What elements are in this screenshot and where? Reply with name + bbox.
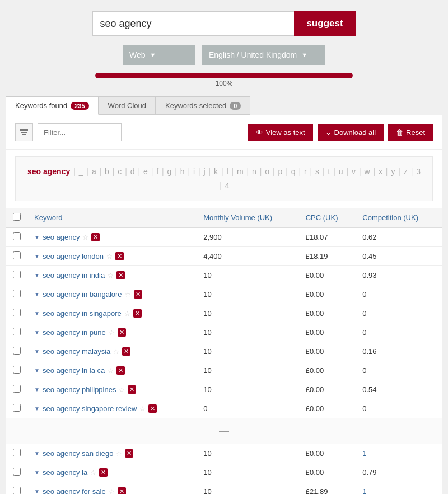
alphabet-u[interactable]: u (339, 167, 343, 176)
keyword-text[interactable]: seo agency la (43, 468, 87, 477)
star-icon[interactable]: ☆ (139, 405, 146, 413)
keyword-text[interactable]: seo agency (43, 233, 80, 241)
expand-arrow-icon[interactable]: ▼ (34, 272, 40, 278)
row-checkbox[interactable] (13, 271, 21, 278)
locale-dropdown[interactable]: English / United Kingdom ▼ (202, 45, 325, 65)
view-as-text-button[interactable]: 👁 View as text (248, 124, 313, 141)
row-checkbox[interactable] (13, 468, 21, 476)
alphabet-l[interactable]: l (226, 167, 228, 176)
expand-arrow-icon[interactable]: ▼ (34, 253, 40, 259)
alphabet-x[interactable]: x (379, 167, 382, 176)
row-checkbox[interactable] (13, 404, 21, 412)
star-icon[interactable]: ☆ (125, 291, 131, 299)
expand-arrow-icon[interactable]: ▼ (34, 234, 40, 240)
tab-word-cloud[interactable]: Word Cloud (99, 96, 156, 115)
alphabet-z[interactable]: z (404, 167, 408, 176)
row-checkbox[interactable] (13, 385, 21, 393)
alphabet-q[interactable]: q (291, 167, 296, 176)
search-input[interactable] (92, 11, 294, 36)
alphabet-v[interactable]: v (352, 167, 356, 176)
alphabet-n[interactable]: n (252, 167, 256, 176)
reset-button[interactable]: 🗑 Reset (388, 124, 433, 141)
alphabet-seo-agency[interactable]: seo agency (27, 167, 70, 176)
alphabet-j[interactable]: j (203, 167, 205, 176)
star-icon[interactable]: ☆ (109, 329, 115, 337)
row-checkbox[interactable] (13, 449, 21, 456)
row-checkbox[interactable] (13, 366, 21, 374)
delete-icon[interactable]: ✕ (134, 290, 142, 299)
alphabet-s[interactable]: s (315, 167, 319, 176)
keyword-text[interactable]: seo agency for sale (43, 487, 106, 494)
web-dropdown[interactable]: Web ▼ (123, 45, 195, 65)
alphabet-b[interactable]: b (105, 167, 109, 176)
alphabet-y[interactable]: y (391, 167, 395, 176)
star-icon[interactable]: ☆ (108, 272, 114, 279)
delete-icon[interactable]: ✕ (115, 252, 124, 260)
row-checkbox[interactable] (13, 290, 21, 297)
alphabet-g[interactable]: g (167, 167, 171, 176)
row-checkbox[interactable] (13, 232, 21, 240)
alphabet-h[interactable]: h (180, 167, 185, 176)
keyword-text[interactable]: seo agency philippines (43, 385, 116, 394)
alphabet-d[interactable]: d (130, 167, 135, 176)
expand-arrow-icon[interactable]: ▼ (34, 348, 40, 355)
keyword-text[interactable]: seo agency in la ca (43, 366, 105, 375)
star-icon[interactable]: ☆ (124, 310, 130, 318)
alphabet-k[interactable]: k (214, 167, 218, 176)
filter-input[interactable] (38, 123, 122, 141)
star-icon[interactable]: ☆ (119, 386, 125, 394)
alphabet-w[interactable]: w (364, 167, 370, 176)
select-all-checkbox[interactable] (13, 213, 21, 221)
row-checkbox[interactable] (13, 251, 21, 259)
star-icon[interactable]: ☆ (116, 450, 122, 458)
star-icon[interactable]: ☆ (106, 253, 113, 260)
star-icon[interactable]: ☆ (90, 469, 96, 477)
suggest-button[interactable]: suggest (294, 11, 355, 36)
expand-arrow-icon[interactable]: ▼ (34, 406, 40, 412)
delete-icon[interactable]: ✕ (148, 404, 157, 413)
expand-arrow-icon[interactable]: ▼ (34, 329, 40, 335)
expand-arrow-icon[interactable]: ▼ (34, 291, 40, 297)
expand-arrow-icon[interactable]: ▼ (34, 450, 40, 456)
row-checkbox[interactable] (13, 347, 21, 355)
tab-keywords-found[interactable]: Keywords found 235 (6, 96, 99, 115)
expand-arrow-icon[interactable]: ▼ (34, 488, 40, 494)
delete-icon[interactable]: ✕ (116, 271, 125, 279)
alphabet-underscore[interactable]: _ (79, 167, 83, 176)
delete-icon[interactable]: ✕ (91, 233, 100, 241)
expand-arrow-icon[interactable]: ▼ (34, 469, 40, 476)
alphabet-c[interactable]: c (118, 167, 122, 176)
keyword-text[interactable]: seo agency in india (43, 271, 105, 279)
star-icon[interactable]: ☆ (113, 348, 119, 356)
alphabet-a[interactable]: a (92, 167, 96, 176)
keyword-text[interactable]: seo agency malaysia (43, 347, 110, 356)
expand-arrow-icon[interactable]: ▼ (34, 310, 40, 316)
alphabet-t[interactable]: t (328, 167, 330, 176)
row-checkbox[interactable] (13, 487, 21, 494)
star-icon[interactable]: ☆ (108, 367, 114, 375)
keyword-text[interactable]: seo agency in singapore (43, 309, 122, 318)
star-icon[interactable]: ☆ (82, 234, 88, 241)
alphabet-4[interactable]: 4 (225, 181, 230, 190)
keyword-text[interactable]: seo agency singapore review (43, 404, 137, 413)
alphabet-f[interactable]: f (156, 167, 158, 176)
alphabet-3[interactable]: 3 (416, 167, 421, 176)
alphabet-e[interactable]: e (143, 167, 148, 176)
tab-keywords-selected[interactable]: Keywords selected 0 (156, 96, 250, 115)
delete-icon[interactable]: ✕ (118, 487, 126, 494)
row-checkbox[interactable] (13, 309, 21, 316)
keyword-text[interactable]: seo agency in bangalore (43, 290, 122, 299)
alphabet-r[interactable]: r (304, 167, 307, 176)
keyword-text[interactable]: seo agency london (43, 252, 104, 260)
row-checkbox[interactable] (13, 328, 21, 335)
expand-arrow-icon[interactable]: ▼ (34, 367, 40, 374)
delete-icon[interactable]: ✕ (128, 385, 136, 394)
delete-icon[interactable]: ✕ (116, 366, 125, 375)
delete-icon[interactable]: ✕ (99, 468, 108, 477)
delete-icon[interactable]: ✕ (118, 328, 126, 337)
download-all-button[interactable]: ⇓ Download all (318, 124, 384, 141)
keyword-text[interactable]: seo agency in pune (43, 328, 106, 337)
delete-icon[interactable]: ✕ (122, 347, 130, 356)
delete-icon[interactable]: ✕ (133, 309, 142, 318)
filter-icon-button[interactable] (15, 123, 33, 141)
